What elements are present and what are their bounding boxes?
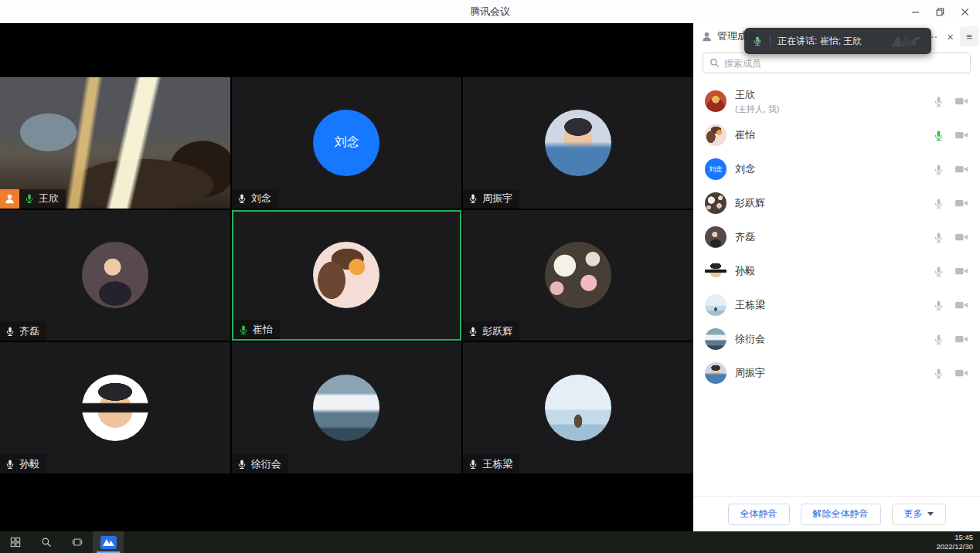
video-area: 王欣 刘念 刘念 周振宇 — [0, 23, 693, 531]
mic-icon — [236, 459, 247, 470]
member-row-wangdongliang[interactable]: 王栋梁 — [693, 288, 980, 322]
member-name: 刘念 — [735, 162, 755, 176]
panel-close-icon[interactable]: × — [947, 31, 954, 42]
avatar — [313, 375, 379, 441]
meeting-app-taskbar-icon[interactable] — [93, 531, 124, 553]
mic-icon — [24, 193, 35, 204]
avatar — [82, 242, 148, 308]
tile-name: 孙毅 — [19, 457, 39, 471]
tile-name: 王栋梁 — [482, 457, 512, 471]
camera-icon[interactable] — [954, 196, 968, 210]
search-input[interactable] — [724, 58, 964, 69]
avatar — [705, 294, 726, 316]
avatar — [82, 375, 148, 441]
avatar — [705, 90, 726, 112]
avatar: 刘念 — [313, 110, 379, 176]
speaking-text: 正在讲话: 崔怡; 王欣 — [778, 35, 862, 48]
panel-footer: 全体静音 解除全体静音 更多 — [693, 496, 980, 531]
tile-label: 王欣 — [0, 189, 66, 209]
camera-icon[interactable] — [954, 264, 968, 278]
mic-icon — [236, 193, 247, 204]
mic-icon[interactable] — [933, 300, 944, 311]
member-name: 徐衍会 — [735, 332, 765, 346]
video-tile-zhouzhenyu[interactable]: 周振宇 — [463, 77, 693, 209]
mic-icon — [468, 459, 478, 470]
avatar — [705, 192, 726, 214]
tile-name: 刘念 — [251, 192, 271, 205]
mic-icon[interactable] — [933, 164, 944, 175]
camera-icon[interactable] — [954, 332, 968, 346]
more-button[interactable]: 更多 — [892, 504, 946, 525]
unmute-all-button[interactable]: 解除全体静音 — [801, 504, 881, 525]
camera-icon[interactable] — [954, 128, 968, 142]
member-row-liunian[interactable]: 刘念 刘念 — [693, 152, 980, 186]
avatar — [545, 375, 611, 441]
tile-name: 周振宇 — [482, 192, 512, 205]
hamburger-menu-icon[interactable]: ≡ — [960, 26, 978, 46]
video-tile-liunian[interactable]: 刘念 刘念 — [232, 77, 462, 209]
video-tile-wangdongliang[interactable]: 王栋梁 — [463, 342, 693, 473]
camera-icon[interactable] — [954, 230, 968, 244]
tile-name: 徐衍会 — [251, 457, 281, 471]
member-row-wangxin[interactable]: 王欣 (主持人, 我) — [693, 84, 980, 118]
avatar — [313, 242, 379, 308]
member-name: 王欣 — [735, 88, 779, 102]
member-name: 周振宇 — [735, 366, 765, 380]
camera-icon[interactable] — [954, 94, 968, 108]
member-name: 孙毅 — [735, 264, 755, 278]
avatar: 刘念 — [705, 158, 726, 180]
video-tile-sunyi[interactable]: 孙毅 — [0, 342, 230, 473]
window-titlebar: 腾讯会议 — [0, 0, 980, 23]
member-search[interactable] — [703, 53, 971, 73]
avatar — [705, 260, 726, 282]
taskbar-search-icon[interactable] — [31, 531, 62, 553]
mic-icon — [468, 193, 478, 204]
camera-icon[interactable] — [954, 298, 968, 312]
mute-all-button[interactable]: 全体静音 — [728, 504, 790, 525]
video-tile-wangxin[interactable]: 王欣 — [0, 77, 230, 209]
camera-icon[interactable] — [954, 162, 968, 176]
member-name: 彭跃辉 — [735, 196, 765, 210]
member-name: 齐磊 — [735, 230, 755, 244]
video-tile-cuiyi-active[interactable]: 崔怡 — [232, 210, 462, 341]
toast-mic-icon — [752, 36, 763, 46]
members-icon — [701, 31, 713, 42]
clock-date: 2022/12/30 — [936, 542, 973, 551]
members-panel: 管理成员 ··· × ≡ 王欣 (主持人, 我) — [693, 23, 980, 531]
minimize-icon[interactable] — [903, 0, 927, 23]
member-row-cuiyi[interactable]: 崔怡 — [693, 118, 980, 152]
member-row-xuyanhui[interactable]: 徐衍会 — [693, 322, 980, 356]
camera-icon[interactable] — [954, 366, 968, 380]
mic-icon — [5, 326, 15, 337]
video-tile-qilei[interactable]: 齐磊 — [0, 210, 230, 341]
video-tile-pengyuehui[interactable]: 彭跃辉 — [463, 210, 693, 341]
avatar — [545, 242, 611, 308]
mic-icon[interactable] — [933, 368, 944, 379]
task-view-icon[interactable] — [62, 531, 93, 553]
tile-name: 王欣 — [39, 192, 59, 205]
avatar — [705, 362, 726, 384]
mic-icon[interactable] — [933, 96, 944, 107]
window-controls — [903, 0, 977, 23]
mic-icon[interactable] — [933, 130, 944, 141]
restore-icon[interactable] — [927, 0, 952, 23]
member-subtitle: (主持人, 我) — [735, 103, 779, 115]
member-row-qilei[interactable]: 齐磊 — [693, 220, 980, 254]
divider — [770, 36, 771, 46]
windows-taskbar: 15:45 2022/12/30 — [0, 531, 980, 553]
mic-icon[interactable] — [933, 334, 944, 345]
mic-icon[interactable] — [933, 232, 944, 243]
close-window-icon[interactable] — [952, 0, 977, 23]
speaking-toast: 正在讲话: 崔怡; 王欣 — [744, 28, 931, 54]
mic-icon[interactable] — [933, 198, 944, 209]
start-button-icon[interactable] — [0, 531, 31, 553]
video-tile-xuyanhui[interactable]: 徐衍会 — [232, 342, 462, 473]
avatar — [705, 124, 726, 146]
mic-icon — [468, 326, 478, 337]
taskbar-clock[interactable]: 15:45 2022/12/30 — [936, 533, 980, 552]
mic-icon[interactable] — [933, 266, 944, 277]
member-row-zhouzhenyu[interactable]: 周振宇 — [693, 356, 980, 390]
video-grid: 王欣 刘念 刘念 周振宇 — [0, 77, 693, 473]
member-row-sunyi[interactable]: 孙毅 — [693, 254, 980, 288]
member-row-pengyuehui[interactable]: 彭跃辉 — [693, 186, 980, 220]
